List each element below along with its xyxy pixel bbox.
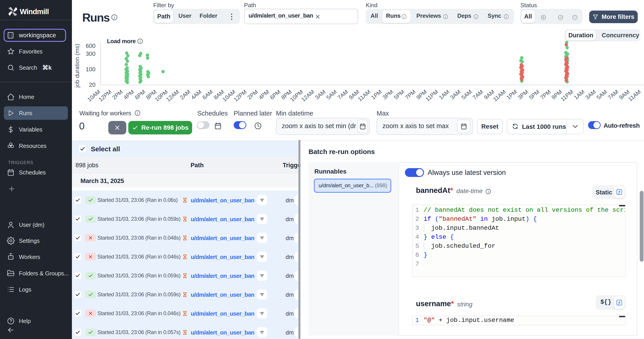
svg-text:5AM: 5AM [460,88,473,101]
svg-text:10AM: 10AM [221,88,236,103]
svg-text:7AM: 7AM [472,88,484,101]
svg-text:2AM: 2AM [179,88,192,101]
svg-text:10AM: 10AM [86,88,101,103]
svg-text:3PM: 3PM [381,88,394,101]
svg-text:11AM: 11AM [627,88,642,102]
svg-text:11AM: 11AM [356,88,372,102]
svg-text:3PM: 3PM [516,88,529,101]
svg-text:7PM: 7PM [539,88,552,101]
svg-text:20: 20 [89,81,96,88]
svg-text:10PM: 10PM [289,88,304,103]
svg-text:7AM: 7AM [606,88,619,101]
svg-text:1PM: 1PM [505,88,518,101]
svg-text:1AM: 1AM [438,88,450,101]
svg-text:300: 300 [86,50,96,57]
svg-text:3AM: 3AM [449,88,462,101]
svg-text:7PM: 7PM [404,88,416,101]
svg-text:6AM: 6AM [201,88,214,101]
svg-text:1PM: 1PM [370,88,383,101]
svg-text:12AM: 12AM [165,88,180,103]
svg-text:11AM: 11AM [492,88,507,102]
svg-text:6PM: 6PM [134,88,146,101]
svg-text:5PM: 5PM [392,88,405,101]
svg-text:3AM: 3AM [584,88,597,101]
svg-text:4PM: 4PM [258,88,270,101]
svg-text:2PM: 2PM [111,88,124,101]
svg-text:11PM: 11PM [424,88,439,102]
svg-text:12PM: 12PM [97,88,112,103]
svg-text:job duration (ms): job duration (ms) [74,44,80,88]
svg-text:5AM: 5AM [325,88,338,101]
svg-text:12PM: 12PM [232,88,248,103]
svg-text:7AM: 7AM [336,88,349,101]
svg-text:4PM: 4PM [122,88,135,101]
svg-text:5AM: 5AM [595,88,608,101]
svg-text:12AM: 12AM [300,88,315,103]
svg-text:11PM: 11PM [560,88,574,102]
svg-text:10PM: 10PM [154,88,169,103]
svg-text:5PM: 5PM [528,88,540,101]
svg-text:600: 600 [86,43,96,49]
svg-text:2PM: 2PM [246,88,259,101]
svg-text:6PM: 6PM [269,88,282,101]
svg-text:4AM: 4AM [190,88,203,101]
svg-text:3AM: 3AM [314,88,326,101]
svg-text:1AM: 1AM [573,88,586,101]
svg-text:100: 100 [86,66,96,73]
